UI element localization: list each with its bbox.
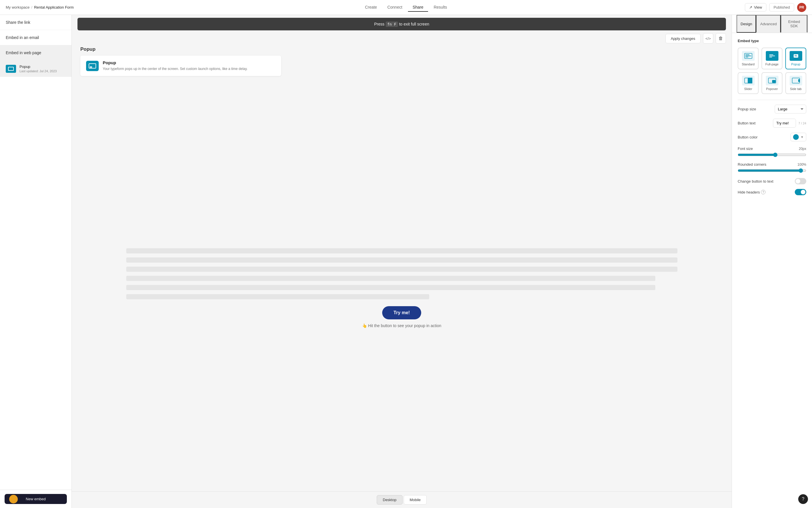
embed-name: Popup xyxy=(20,65,57,69)
try-me-button[interactable]: Try me! xyxy=(382,306,422,320)
breadcrumb-separator: / xyxy=(31,5,32,9)
hint-text: 👆 Hit the button to see your popup in ac… xyxy=(362,323,441,328)
avatar: PR xyxy=(797,3,806,12)
sidetab-icon xyxy=(789,76,802,85)
tab-results[interactable]: Results xyxy=(429,3,452,12)
panel-tab-advanced[interactable]: Advanced xyxy=(756,15,781,33)
char-count: 7 / 24 xyxy=(798,122,806,125)
embed-type-grid: Standard Full-page xyxy=(738,48,806,94)
embed-type-popup[interactable]: Popup xyxy=(785,48,806,69)
form-line-4 xyxy=(126,276,655,281)
divider-1 xyxy=(738,100,806,100)
preview-section-title: Popup xyxy=(80,46,95,52)
embed-type-fullpage[interactable]: Full-page xyxy=(762,48,782,69)
popover-label: Popover xyxy=(766,87,778,91)
sidebar-embed-info: Popup Last updated: Jul 24, 2023 xyxy=(20,65,57,73)
tab-share[interactable]: Share xyxy=(408,3,428,12)
help-bubble[interactable]: ? xyxy=(798,494,808,504)
center-area: Press fn F to exit full screen Apply cha… xyxy=(72,15,732,508)
fullpage-label: Full-page xyxy=(766,62,779,66)
popup-icon-graphic xyxy=(89,64,96,69)
mobile-button[interactable]: Mobile xyxy=(404,495,427,505)
new-embed-label: New embed xyxy=(26,497,46,501)
panel-tabs: Design Advanced Embed SDK xyxy=(732,15,812,33)
external-link-icon: ↗ xyxy=(749,5,752,9)
embed-type-standard[interactable]: Standard xyxy=(738,48,759,69)
popup-size-select[interactable]: Small Medium Large xyxy=(775,104,806,114)
popup-icon-option xyxy=(789,51,802,61)
form-line-2 xyxy=(126,257,678,263)
breadcrumb: My workspace / Rental Application Form xyxy=(6,5,74,9)
fullscreen-key: fn F xyxy=(386,22,398,27)
button-color-picker[interactable]: ▼ xyxy=(790,133,806,141)
hide-headers-row: Hide headers ? xyxy=(738,189,806,195)
popup-info-card: Popup Your typeform pops up in the cente… xyxy=(80,56,281,76)
hide-headers-label: Hide headers xyxy=(738,190,760,195)
panel-tab-design[interactable]: Design xyxy=(737,15,756,33)
svg-rect-7 xyxy=(769,57,772,57)
breadcrumb-workspace: My workspace xyxy=(6,5,30,9)
fullpage-icon xyxy=(766,51,778,61)
embed-toolbar: Apply changes </> 🗑 xyxy=(72,30,732,46)
tab-connect[interactable]: Connect xyxy=(383,3,407,12)
new-embed-button[interactable]: New embed xyxy=(5,494,67,504)
apply-changes-button[interactable]: Apply changes xyxy=(665,34,701,43)
hide-headers-toggle[interactable] xyxy=(795,189,806,195)
sidebar-embed-popup-item[interactable]: Popup Last updated: Jul 24, 2023 xyxy=(0,60,71,77)
desktop-button[interactable]: Desktop xyxy=(377,495,402,505)
svg-rect-2 xyxy=(745,56,751,56)
rounded-corners-slider[interactable] xyxy=(738,168,806,173)
sidebar-item-embed-email[interactable]: Embed in an email xyxy=(0,30,71,45)
font-size-row: Font size 20px xyxy=(738,146,806,157)
embed-type-slider[interactable]: Slider xyxy=(738,72,759,94)
published-button[interactable]: Published xyxy=(769,3,794,11)
rounded-corners-row: Rounded corners 100% xyxy=(738,162,806,173)
change-button-row: Change button to text xyxy=(738,178,806,184)
delete-embed-button[interactable]: 🗑 xyxy=(716,33,726,44)
svg-rect-13 xyxy=(748,78,752,83)
popup-card-description: Your typeform pops up in the center of t… xyxy=(103,66,247,71)
sidebar: Share the link Embed in an email Embed i… xyxy=(0,15,72,508)
svg-rect-3 xyxy=(745,57,748,57)
view-button[interactable]: ↗ View xyxy=(745,3,766,11)
breadcrumb-form: Rental Application Form xyxy=(34,5,74,9)
change-button-toggle[interactable] xyxy=(795,178,806,184)
hide-headers-help-icon[interactable]: ? xyxy=(761,190,766,195)
preview-header-area: Popup Popup Your typeform pops up in the… xyxy=(72,46,732,85)
popup-card-header: Popup Your typeform pops up in the cente… xyxy=(86,60,275,71)
button-text-row: Button text 7 / 24 xyxy=(738,119,806,128)
sidebar-item-embed-web[interactable]: Embed in web page xyxy=(0,45,71,60)
embed-type-popover[interactable]: Popover xyxy=(762,72,782,94)
tab-create[interactable]: Create xyxy=(360,3,382,12)
button-text-label: Button text xyxy=(738,121,756,125)
popup-embed-icon xyxy=(6,65,16,73)
form-line-6 xyxy=(126,294,429,299)
rounded-corners-label: Rounded corners xyxy=(738,162,766,167)
embed-date: Last updated: Jul 24, 2023 xyxy=(20,69,57,73)
button-text-input[interactable] xyxy=(773,119,796,128)
button-color-label: Button color xyxy=(738,135,758,139)
popup-card-text: Popup Your typeform pops up in the cente… xyxy=(103,60,247,71)
form-line-1 xyxy=(126,248,678,253)
new-embed-circle xyxy=(9,495,18,503)
code-embed-button[interactable]: </> xyxy=(703,33,713,44)
popover-icon xyxy=(766,76,778,85)
sidebar-item-share-link[interactable]: Share the link xyxy=(0,15,71,30)
sidebar-bottom: New embed xyxy=(0,490,71,508)
embed-type-label: Embed type xyxy=(738,39,806,43)
svg-rect-5 xyxy=(769,54,773,55)
right-panel: Design Advanced Embed SDK Embed type xyxy=(732,15,812,508)
bottom-bar: Desktop Mobile xyxy=(72,492,732,508)
font-size-label-row: Font size 20px xyxy=(738,146,806,151)
fullscreen-text-before: Press xyxy=(374,22,384,27)
nav-right: ↗ View Published PR xyxy=(745,3,806,12)
rounded-corners-value: 100% xyxy=(797,163,806,167)
fullscreen-bar: Press fn F to exit full screen xyxy=(77,18,726,30)
form-line-5 xyxy=(126,285,655,290)
font-size-value: 20px xyxy=(799,147,806,151)
svg-rect-11 xyxy=(795,56,797,56)
font-size-slider[interactable] xyxy=(738,153,806,157)
embed-type-sidetab[interactable]: Side tab xyxy=(785,72,806,94)
panel-tab-embed-sdk[interactable]: Embed SDK xyxy=(781,15,807,33)
button-text-input-row: 7 / 24 xyxy=(773,119,806,128)
